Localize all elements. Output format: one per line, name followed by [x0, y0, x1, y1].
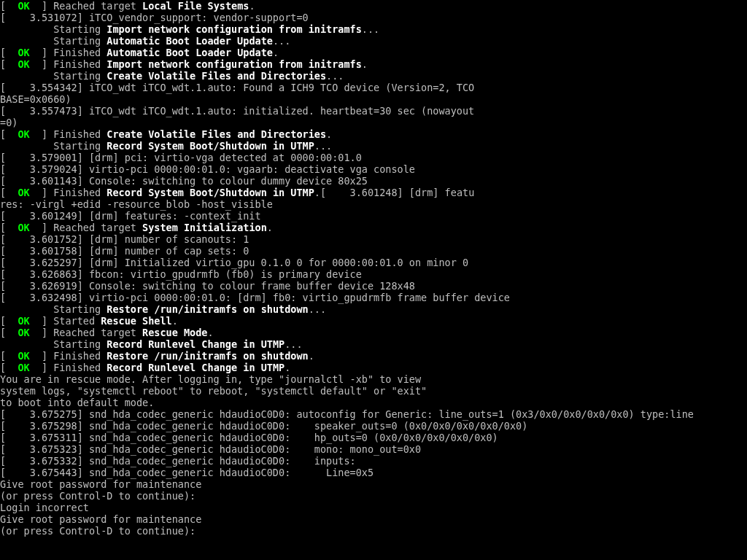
unit-name: System Initialization: [142, 222, 267, 233]
log-text: .: [249, 0, 255, 12]
log-text: .: [273, 47, 279, 58]
log-text: [: [0, 327, 18, 338]
log-text: [ 3.601752] [drm] number of scanouts: 1: [0, 233, 249, 245]
log-text: [ 3.626863] fbcon: virtio_gpudrmfb (fb0)…: [0, 268, 362, 280]
console-line: [ 3.601752] [drm] number of scanouts: 1: [0, 233, 747, 245]
log-text: Starting: [0, 23, 107, 35]
console-line: [ OK ] Reached target Local File Systems…: [0, 0, 747, 12]
log-text: ] Finished: [30, 187, 107, 198]
console-line: Starting Automatic Boot Loader Update...: [0, 35, 747, 47]
console-line: [ OK ] Finished Create Volatile Files an…: [0, 128, 747, 140]
unit-name: Record Runlevel Change in UTMP: [107, 338, 285, 350]
console-line: [ OK ] Finished Import network configura…: [0, 58, 747, 70]
log-text: Starting: [0, 338, 107, 350]
unit-name: Rescue Mode: [142, 327, 207, 338]
log-text: Give root password for maintenance: [0, 478, 201, 490]
console-line: [ 3.632498] virtio-pci 0000:00:01.0: [dr…: [0, 292, 747, 303]
log-text: ] Finished: [30, 362, 107, 373]
unit-name: Record Runlevel Change in UTMP: [107, 362, 285, 373]
log-text: Login incorrect: [0, 502, 89, 513]
log-text: [: [0, 47, 18, 58]
log-text: (or press Control-D to continue):: [0, 490, 201, 502]
console-line: [ 3.626919] Console: switching to colour…: [0, 280, 747, 292]
console-line: [ 3.579024] virtio-pci 0000:00:01.0: vga…: [0, 163, 747, 175]
log-text: [ 3.675275] snd_hda_codec_generic hdaudi…: [0, 408, 694, 420]
console-line: [ 3.601758] [drm] number of cap sets: 0: [0, 245, 747, 257]
console-line: [ 3.626863] fbcon: virtio_gpudrmfb (fb0)…: [0, 268, 747, 280]
log-text: .: [208, 327, 214, 338]
log-text: [ 3.554342] iTCO_wdt iTCO_wdt.1.auto: Fo…: [0, 82, 474, 93]
log-text: .: [172, 315, 178, 327]
log-text: [ 3.675323] snd_hda_codec_generic hdaudi…: [0, 443, 421, 455]
unit-name: Record System Boot/Shutdown in UTMP: [107, 140, 314, 152]
log-text: .[ 3.601248] [drm] featu: [314, 187, 474, 198]
log-text: .: [285, 362, 290, 373]
unit-name: Import network configuration from initra…: [107, 23, 362, 35]
log-text: to boot into default mode.: [0, 397, 154, 408]
console-line: [ 3.625297] [drm] Initialized virtio_gpu…: [0, 257, 747, 268]
console-line: (or press Control-D to continue):: [0, 490, 747, 502]
console-line: Starting Restore /run/initramfs on shutd…: [0, 303, 747, 315]
unit-name: Automatic Boot Loader Update: [107, 35, 273, 47]
unit-name: Create Volatile Files and Directories: [107, 70, 326, 82]
log-text: .: [326, 128, 332, 140]
console-line: [ OK ] Reached target System Initializat…: [0, 222, 747, 233]
log-text: [: [0, 350, 18, 362]
log-text: [: [0, 187, 18, 198]
log-text: ...: [362, 23, 379, 35]
status-ok: OK: [18, 222, 29, 233]
unit-name: Restore /run/initramfs on shutdown: [107, 350, 308, 362]
console-line: system logs, "systemctl reboot" to reboo…: [0, 385, 747, 397]
status-ok: OK: [18, 327, 29, 338]
console-line: [ 3.675298] snd_hda_codec_generic hdaudi…: [0, 420, 747, 432]
console-line: [ 3.675275] snd_hda_codec_generic hdaudi…: [0, 408, 747, 420]
log-text: [ 3.531072] iTCO_vendor_support: vendor-…: [0, 12, 309, 23]
log-text: ] Started: [30, 315, 101, 327]
log-text: [: [0, 128, 18, 140]
console-line: Give root password for maintenance: [0, 478, 747, 490]
log-text: Starting: [0, 70, 107, 82]
console-line: Starting Record System Boot/Shutdown in …: [0, 140, 747, 152]
unit-name: Import network configuration from initra…: [107, 58, 362, 70]
console-line: =0): [0, 117, 747, 128]
console-line: [ OK ] Started Rescue Shell.: [0, 315, 747, 327]
log-text: [ 3.675332] snd_hda_codec_generic hdaudi…: [0, 455, 356, 467]
console-line: Give root password for maintenance: [0, 513, 747, 525]
log-text: Starting: [0, 140, 107, 152]
unit-name: Local File Systems: [142, 0, 249, 12]
console-line: [ 3.675311] snd_hda_codec_generic hdaudi…: [0, 432, 747, 443]
console-line: [ OK ] Finished Record Runlevel Change i…: [0, 362, 747, 373]
log-text: BASE=0x0660): [0, 93, 71, 105]
console-line: res: -virgl +edid -resource_blob -host_v…: [0, 198, 747, 210]
unit-name: Automatic Boot Loader Update: [107, 47, 273, 58]
console-line: [ 3.675323] snd_hda_codec_generic hdaudi…: [0, 443, 747, 455]
log-text: [ 3.557473] iTCO_wdt iTCO_wdt.1.auto: in…: [0, 105, 474, 117]
log-text: ] Reached target: [30, 327, 142, 338]
console-line: Login incorrect: [0, 502, 747, 513]
log-text: ] Reached target: [30, 0, 142, 12]
console-line: Starting Record Runlevel Change in UTMP.…: [0, 338, 747, 350]
log-text: ...: [326, 70, 344, 82]
log-text: [ 3.675311] snd_hda_codec_generic hdaudi…: [0, 432, 498, 443]
log-text: [ 3.601143] Console: switching to colour…: [0, 175, 368, 187]
status-ok: OK: [18, 362, 29, 373]
console-line: [ 3.579001] [drm] pci: virtio-vga detect…: [0, 152, 747, 163]
log-text: You are in rescue mode. After logging in…: [0, 373, 421, 385]
unit-name: Restore /run/initramfs on shutdown: [107, 303, 308, 315]
log-text: [ 3.601249] [drm] features: -context_ini…: [0, 210, 261, 222]
log-text: ] Reached target: [30, 222, 142, 233]
status-ok: OK: [18, 315, 29, 327]
log-text: system logs, "systemctl reboot" to reboo…: [0, 385, 427, 397]
console-line: [ OK ] Finished Restore /run/initramfs o…: [0, 350, 747, 362]
log-text: ...: [314, 140, 332, 152]
status-ok: OK: [18, 350, 29, 362]
log-text: .: [267, 222, 273, 233]
log-text: [ 3.625297] [drm] Initialized virtio_gpu…: [0, 257, 468, 268]
log-text: Starting: [0, 35, 107, 47]
status-ok: OK: [18, 47, 29, 58]
boot-console[interactable]: [ OK ] Reached target Local File Systems…: [0, 0, 747, 537]
log-text: =0): [0, 117, 18, 128]
status-ok: OK: [18, 187, 29, 198]
log-text: [ 3.579001] [drm] pci: virtio-vga detect…: [0, 152, 362, 163]
console-line: [ 3.557473] iTCO_wdt iTCO_wdt.1.auto: in…: [0, 105, 747, 117]
